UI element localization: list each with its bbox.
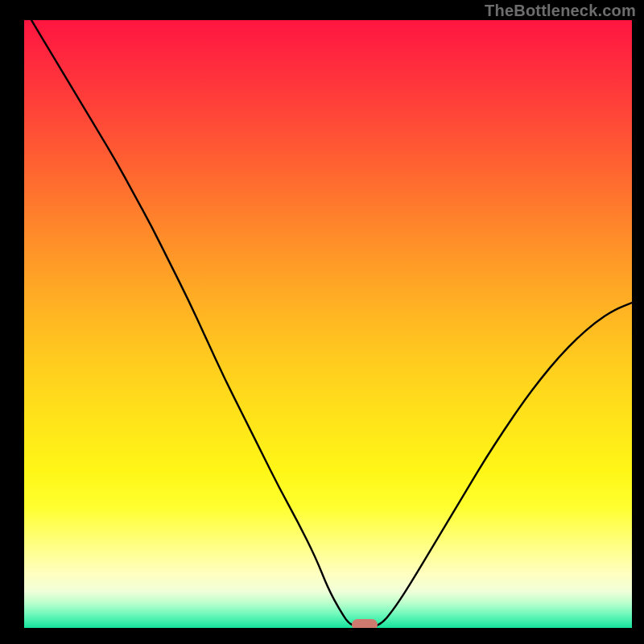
chart-container: TheBottleneck.com <box>0 0 644 644</box>
plot-area <box>24 20 632 629</box>
bottleneck-curve <box>24 20 632 628</box>
optimal-marker <box>352 619 378 629</box>
watermark-text: TheBottleneck.com <box>485 2 636 20</box>
